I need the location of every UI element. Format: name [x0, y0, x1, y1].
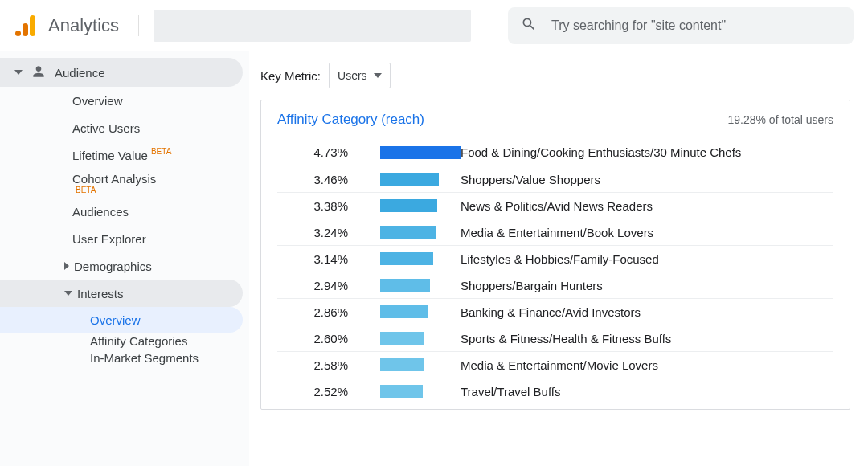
row-category: Food & Dining/Cooking Enthusiasts/30 Min…: [461, 145, 741, 159]
metric-dropdown[interactable]: Users: [329, 63, 391, 88]
table-row[interactable]: 3.38%News & Politics/Avid News Readers: [277, 192, 833, 219]
metric-label: Key Metric:: [260, 69, 321, 83]
svg-rect-1: [23, 23, 28, 36]
metric-value: Users: [338, 69, 367, 82]
row-category: Sports & Fitness/Health & Fitness Buffs: [461, 332, 671, 345]
table-row[interactable]: 3.46%Shoppers/Value Shoppers: [277, 166, 833, 192]
row-bar-cell: [348, 358, 461, 371]
row-category: Travel/Travel Buffs: [461, 385, 560, 399]
row-percent: 2.52%: [277, 385, 348, 399]
sidebar-child-overview[interactable]: Overview: [0, 307, 243, 333]
chevron-right-icon: [64, 262, 69, 270]
sidebar: Audience Overview Active Users Lifetime …: [0, 51, 249, 466]
beta-badge: BETA: [151, 147, 171, 156]
table-row[interactable]: 2.94%Shoppers/Bargain Hunters: [277, 272, 833, 298]
divider: [138, 15, 139, 36]
row-bar: [380, 252, 433, 265]
row-category: Lifestyles & Hobbies/Family-Focused: [461, 252, 659, 266]
table-row[interactable]: 3.14%Lifestyles & Hobbies/Family-Focused: [277, 245, 833, 272]
row-category: Shoppers/Bargain Hunters: [461, 279, 603, 292]
analytics-logo-icon: [14, 14, 39, 38]
row-bar: [380, 305, 428, 318]
chevron-down-icon: [64, 291, 72, 296]
row-bar: [380, 279, 430, 292]
search-box[interactable]: [508, 7, 854, 44]
row-percent: 2.86%: [277, 305, 348, 319]
sidebar-section-audience[interactable]: Audience: [0, 58, 243, 87]
chevron-down-icon: [374, 73, 382, 78]
row-bar-cell: [348, 173, 461, 186]
app-header: Analytics: [0, 0, 868, 51]
sidebar-item-overview[interactable]: Overview: [0, 87, 249, 114]
metric-row: Key Metric: Users: [260, 63, 850, 88]
row-percent: 3.46%: [277, 173, 348, 186]
search-input[interactable]: [551, 18, 841, 33]
row-bar: [380, 146, 461, 159]
table-row[interactable]: 2.86%Banking & Finance/Avid Investors: [277, 298, 833, 325]
row-category: Media & Entertainment/Movie Lovers: [461, 358, 658, 372]
svg-rect-0: [30, 15, 35, 36]
panel-subtitle: 19.28% of total users: [727, 113, 833, 126]
row-percent: 2.60%: [277, 332, 348, 345]
table-row[interactable]: 2.58%Media & Entertainment/Movie Lovers: [277, 351, 833, 378]
row-percent: 3.24%: [277, 226, 348, 239]
sidebar-section-label: Audience: [55, 66, 105, 80]
audience-icon: [31, 63, 47, 82]
table-row[interactable]: 2.52%Travel/Travel Buffs: [277, 378, 833, 404]
row-bar: [380, 385, 423, 398]
svg-point-2: [15, 31, 21, 36]
search-icon: [521, 16, 537, 35]
panel-header: Affinity Category (reach) 19.28% of tota…: [277, 112, 833, 128]
row-bar-cell: [348, 385, 461, 398]
sidebar-child-affinity[interactable]: Affinity Categories: [0, 333, 249, 350]
table-row[interactable]: 4.73%Food & Dining/Cooking Enthusiasts/3…: [277, 139, 833, 166]
sidebar-item-cohort-analysis[interactable]: Cohort Analysis BETA: [0, 169, 249, 198]
beta-badge: BETA: [76, 186, 96, 194]
row-percent: 3.38%: [277, 199, 348, 213]
main-content: Key Metric: Users Affinity Category (rea…: [249, 51, 868, 466]
row-bar-cell: [348, 226, 461, 239]
row-bar-cell: [348, 279, 461, 292]
logo-group: Analytics: [14, 14, 119, 38]
row-bar-cell: [348, 332, 461, 345]
table-row[interactable]: 3.24%Media & Entertainment/Book Lovers: [277, 219, 833, 245]
affinity-rows: 4.73%Food & Dining/Cooking Enthusiasts/3…: [277, 139, 833, 404]
row-category: Media & Entertainment/Book Lovers: [461, 226, 653, 239]
row-percent: 4.73%: [277, 145, 348, 159]
affinity-panel: Affinity Category (reach) 19.28% of tota…: [260, 100, 850, 410]
row-category: Banking & Finance/Avid Investors: [461, 305, 641, 319]
table-row[interactable]: 2.60%Sports & Fitness/Health & Fitness B…: [277, 325, 833, 351]
row-bar-cell: [348, 146, 461, 159]
row-percent: 2.58%: [277, 358, 348, 372]
row-bar: [380, 226, 436, 239]
panel-title[interactable]: Affinity Category (reach): [277, 112, 424, 128]
row-bar: [380, 358, 424, 371]
row-percent: 3.14%: [277, 252, 348, 266]
row-bar: [380, 332, 424, 345]
row-bar-cell: [348, 199, 461, 212]
row-percent: 2.94%: [277, 279, 348, 292]
sidebar-group-interests[interactable]: Interests: [0, 280, 243, 307]
app-title: Analytics: [48, 15, 119, 36]
sidebar-item-audiences[interactable]: Audiences: [0, 198, 249, 225]
row-category: News & Politics/Avid News Readers: [461, 199, 653, 213]
account-selector-placeholder[interactable]: [154, 10, 471, 42]
sidebar-item-active-users[interactable]: Active Users: [0, 114, 249, 141]
sidebar-child-inmarket[interactable]: In-Market Segments: [0, 350, 249, 366]
row-bar-cell: [348, 252, 461, 265]
row-bar-cell: [348, 305, 461, 318]
sidebar-group-demographics[interactable]: Demographics: [0, 252, 249, 280]
row-category: Shoppers/Value Shoppers: [461, 173, 600, 186]
sidebar-item-lifetime-value[interactable]: Lifetime ValueBETA: [0, 141, 249, 169]
row-bar: [380, 199, 437, 212]
row-bar: [380, 173, 439, 186]
chevron-down-icon: [14, 70, 23, 75]
sidebar-item-user-explorer[interactable]: User Explorer: [0, 225, 249, 252]
